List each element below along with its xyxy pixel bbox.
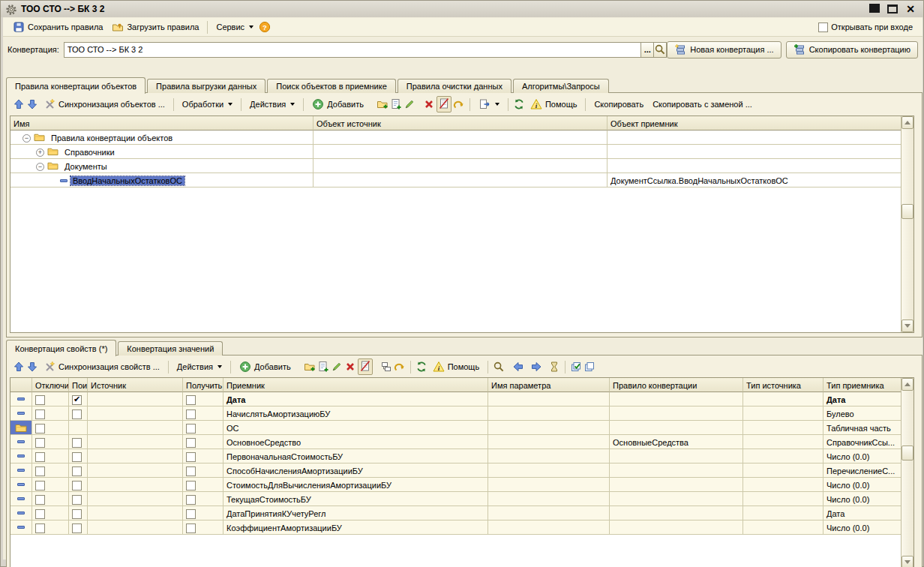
checkbox[interactable] [818,22,828,32]
target-cell[interactable] [608,145,902,159]
get-from-incoming-cell[interactable] [183,449,224,464]
search-cell[interactable] [69,492,88,506]
receiver-cell[interactable]: ОсновноеСредство [224,435,488,449]
tree-row[interactable]: ВводНачальныхОстатковОСДокументСсылка.Вв… [10,173,914,188]
tree-row[interactable]: −Документы [10,159,914,173]
property-row[interactable]: КоэффициентАмортизацииБУЧисло (0.0) [10,520,914,535]
rule-cell[interactable] [610,464,743,478]
expand-icon[interactable]: + [36,148,44,157]
source-cell[interactable] [314,173,608,188]
source-type-cell[interactable] [743,492,824,506]
check-all-icon[interactable] [570,361,582,373]
column-header[interactable]: Имя [10,116,314,130]
receiver-cell[interactable]: Дата [224,392,488,406]
disable-cell[interactable] [32,492,69,506]
disable-checkbox[interactable] [35,495,45,505]
column-header[interactable]: Объект приемник [608,116,902,130]
rule-cell[interactable] [610,392,743,406]
parameter-cell[interactable] [488,421,610,435]
property-row[interactable]: ОСТабличная часть [10,421,914,435]
name-cell[interactable]: −Правила конвертации объектов [10,130,314,145]
refresh-icon[interactable] [416,361,428,373]
get-from-incoming-cell[interactable] [183,478,224,492]
source-type-cell[interactable] [743,421,824,435]
source-cell[interactable] [88,506,183,520]
row-marker-cell[interactable] [10,464,32,478]
rule-cell[interactable] [610,421,743,435]
source-cell[interactable] [88,492,183,506]
property-row[interactable]: НачислятьАмортизациюБУБулево [10,406,914,421]
receiver-type-cell[interactable]: Табличная часть [824,421,902,435]
get-from-incoming-cell[interactable] [183,392,224,406]
rule-cell[interactable] [610,449,743,464]
strike-toggle-icon[interactable] [358,358,373,375]
parameter-cell[interactable] [488,492,610,506]
disable-checkbox[interactable] [35,410,45,419]
scroll-up-button[interactable] [902,116,914,129]
vertical-scrollbar[interactable] [901,378,914,567]
target-cell[interactable]: ДокументСсылка.ВводНачальныхОстатковОС [608,173,902,188]
source-type-cell[interactable] [743,435,824,449]
source-cell[interactable] [88,478,183,492]
target-cell[interactable] [608,159,902,173]
column-header[interactable]: Имя параметра [488,378,610,392]
tab-props_tabs-1[interactable]: Конвертация значений [118,341,223,356]
rule-cell[interactable] [610,478,743,492]
source-type-cell[interactable] [743,520,824,535]
get-checkbox[interactable] [186,452,196,462]
disable-cell[interactable] [32,464,69,478]
maximize-button[interactable] [887,4,898,14]
column-header[interactable]: Источник [88,378,183,392]
column-header[interactable]: Пои... [69,378,88,392]
collapse-icon[interactable]: − [22,134,31,142]
move-down-icon[interactable] [26,361,38,373]
source-cell[interactable] [88,464,183,478]
disable-cell[interactable] [32,520,69,535]
tab-tabs-4[interactable]: Алгоритмы\Запросы [513,79,609,93]
disable-checkbox[interactable] [35,524,45,533]
tree-row[interactable]: +Справочники [10,145,914,159]
get-from-incoming-cell[interactable] [183,506,224,520]
delete-icon[interactable] [423,98,435,110]
tree-row[interactable]: −Правила конвертации объектов [10,130,914,145]
add-group-icon[interactable] [376,98,388,110]
name-cell[interactable]: +Справочники [10,145,314,159]
receiver-cell[interactable]: НачислятьАмортизациюБУ [224,406,488,421]
get-from-incoming-cell[interactable] [183,406,224,421]
parameter-cell[interactable] [488,449,610,464]
levels-icon[interactable] [380,361,392,373]
processing-menu-button[interactable]: Обработки [178,98,236,110]
parameter-cell[interactable] [488,392,610,406]
vertical-scrollbar[interactable] [901,116,914,332]
scroll-down-button[interactable] [902,556,914,567]
prev-icon[interactable] [512,361,524,373]
source-type-cell[interactable] [743,464,824,478]
scrollbar-thumb[interactable] [902,446,914,460]
new-conversion-button[interactable]: Новая конвертация ... [667,41,781,58]
conversion-input[interactable] [64,42,642,58]
search-checkbox[interactable] [72,524,82,533]
end-icon[interactable] [548,361,560,373]
edit-icon[interactable] [331,361,343,373]
scrollbar-thumb[interactable] [902,204,914,219]
sync-props-button[interactable]: Синхронизация свойств ... [40,359,164,374]
source-type-cell[interactable] [743,392,824,406]
rule-cell[interactable] [610,406,743,421]
source-cell[interactable] [88,520,183,535]
get-from-incoming-cell[interactable] [183,520,224,535]
tab-props_tabs-0[interactable]: Конвертация свойств (*) [6,340,116,356]
get-from-incoming-cell[interactable] [183,464,224,478]
rule-cell[interactable] [610,520,743,535]
search-checkbox[interactable] [72,410,82,419]
parameter-cell[interactable] [488,464,610,478]
search-cell[interactable] [69,406,88,421]
column-header[interactable]: Тип приемника [824,378,902,392]
get-from-incoming-cell[interactable] [183,492,224,506]
strike-toggle-icon[interactable] [436,96,452,112]
search-checkbox[interactable] [72,438,82,448]
disable-cell[interactable] [32,435,69,449]
disable-cell[interactable] [32,392,69,406]
receiver-cell[interactable]: ТекущаяСтоимостьБУ [224,492,488,506]
target-cell[interactable] [608,130,902,145]
copy-item-icon[interactable] [317,361,329,373]
